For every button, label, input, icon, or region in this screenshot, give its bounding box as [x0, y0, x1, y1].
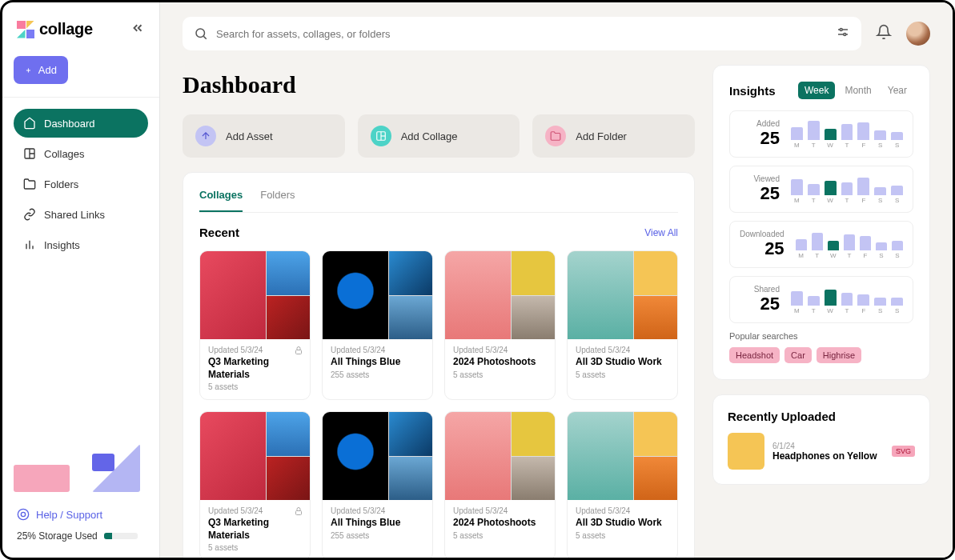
- collage-card[interactable]: Updated 5/3/24 2024 Photoshoots 5 assets: [444, 411, 556, 558]
- sidebar-illustration: [14, 436, 148, 492]
- add-folder-icon: [545, 126, 566, 146]
- user-avatar[interactable]: [906, 22, 930, 46]
- insights-heading: Insights: [729, 84, 776, 98]
- stat-chart: MTWTFSS: [791, 286, 903, 314]
- recently-uploaded-panel: Recently Uploaded 6/1/24Headphones on Ye…: [712, 394, 930, 485]
- sidebar-item-shared-links[interactable]: Shared Links: [14, 200, 148, 229]
- file-type-badge: SVG: [892, 446, 915, 457]
- sidebar-item-collages[interactable]: Collages: [14, 139, 148, 168]
- collage-card[interactable]: Updated 5/3/24 All 3D Studio Work 5 asse…: [567, 250, 678, 400]
- nav-label: Dashboard: [44, 118, 95, 130]
- updated-text: Updated 5/3/24: [576, 506, 669, 515]
- collage-title: Q3 Marketing Materials: [208, 356, 302, 381]
- sidebar-nav: DashboardCollagesFoldersShared LinksInsi…: [14, 109, 148, 259]
- sidebar: collage Add DashboardCollagesFoldersShar…: [2, 2, 160, 558]
- updated-text: Updated 5/3/24: [331, 506, 424, 515]
- collage-card[interactable]: Updated 5/3/24 All Things Blue 255 asset…: [322, 411, 433, 558]
- assets-count: 255 assets: [331, 370, 424, 379]
- recent-panel: CollagesFolders Recent View All Updated …: [183, 172, 695, 558]
- action-label: Add Folder: [576, 130, 627, 142]
- stat-value: 25: [740, 238, 784, 259]
- stat-label: Downloaded: [740, 230, 784, 238]
- sidebar-item-dashboard[interactable]: Dashboard: [14, 109, 148, 138]
- lock-icon: [294, 505, 303, 519]
- sidebar-item-folders[interactable]: Folders: [14, 170, 148, 198]
- tag-headshot[interactable]: Headshot: [729, 347, 780, 363]
- recently-uploaded-heading: Recently Uploaded: [728, 410, 915, 423]
- collage-title: All Things Blue: [331, 356, 424, 369]
- folders-icon: [23, 178, 36, 190]
- add-button-label: Add: [38, 64, 57, 76]
- sidebar-item-insights[interactable]: Insights: [14, 230, 148, 259]
- action-add-collage[interactable]: Add Collage: [358, 114, 520, 158]
- help-link[interactable]: Help / Support: [14, 503, 148, 526]
- search-bar[interactable]: [183, 17, 861, 50]
- nav-label: Insights: [44, 239, 80, 251]
- collage-card[interactable]: Updated 5/3/24 2024 Photoshoots 5 assets: [444, 250, 556, 400]
- stat-label: Shared: [740, 285, 780, 294]
- collapse-sidebar-icon[interactable]: [130, 21, 145, 38]
- assets-count: 5 assets: [576, 531, 669, 540]
- add-asset-icon: [195, 126, 216, 146]
- popular-heading: Popular searches: [729, 331, 913, 341]
- brand-logo[interactable]: collage: [17, 20, 93, 38]
- plus-icon: [25, 65, 32, 76]
- collage-card[interactable]: Updated 5/3/24 Q3 Marketing Materials 5 …: [199, 411, 311, 558]
- storage-indicator: 25% Storage Used: [14, 526, 148, 546]
- svg-point-10: [196, 29, 205, 38]
- lock-icon: [294, 344, 303, 358]
- svg-point-8: [18, 509, 28, 519]
- notifications-icon[interactable]: [876, 24, 892, 43]
- assets-count: 5 assets: [208, 382, 302, 391]
- updated-text: Updated 5/3/24: [453, 346, 547, 354]
- upload-thumbnail: [728, 433, 764, 470]
- action-add-asset[interactable]: Add Asset: [183, 114, 345, 158]
- svg-point-15: [844, 34, 846, 36]
- upload-date: 6/1/24: [772, 442, 877, 450]
- assets-count: 5 assets: [576, 370, 669, 379]
- nav-label: Collages: [44, 148, 85, 160]
- add-button[interactable]: Add: [14, 56, 68, 84]
- tab-folders[interactable]: Folders: [260, 189, 295, 212]
- collage-card[interactable]: Updated 5/3/24 All 3D Studio Work 5 asse…: [567, 411, 678, 558]
- updated-text: Updated 5/3/24: [208, 346, 302, 354]
- collage-thumbnail: [568, 412, 677, 500]
- tag-car[interactable]: Car: [784, 347, 812, 363]
- period-week[interactable]: Week: [798, 82, 835, 99]
- upload-title: Headphones on Yellow: [772, 450, 877, 462]
- action-add-folder[interactable]: Add Folder: [532, 114, 695, 158]
- stat-viewed: Viewed25MTWTFSS: [729, 166, 913, 213]
- stat-shared: Shared25MTWTFSS: [729, 276, 913, 323]
- dashboard-icon: [23, 117, 36, 130]
- collages-icon: [23, 147, 36, 160]
- main-content: Dashboard Add AssetAdd CollageAdd Folder…: [160, 2, 953, 558]
- tab-collages[interactable]: Collages: [199, 189, 243, 212]
- nav-label: Shared Links: [44, 209, 105, 221]
- nav-label: Folders: [44, 178, 78, 190]
- collage-card[interactable]: Updated 5/3/24 All Things Blue 255 asset…: [322, 250, 433, 400]
- collage-title: All 3D Studio Work: [576, 356, 669, 369]
- search-input[interactable]: [216, 28, 828, 40]
- period-month[interactable]: Month: [838, 82, 877, 99]
- upload-item[interactable]: 6/1/24Headphones on Yellow SVG: [728, 433, 915, 470]
- updated-text: Updated 5/3/24: [331, 346, 424, 354]
- stat-value: 25: [740, 294, 780, 314]
- period-year[interactable]: Year: [881, 82, 913, 99]
- assets-count: 5 assets: [453, 531, 547, 540]
- help-icon: [17, 508, 30, 521]
- stat-chart: MTWTFSS: [791, 175, 903, 204]
- collage-card[interactable]: Updated 5/3/24 Q3 Marketing Materials 5 …: [199, 250, 311, 400]
- collage-thumbnail: [323, 251, 432, 339]
- stat-value: 25: [740, 128, 780, 149]
- action-label: Add Asset: [226, 130, 273, 142]
- stat-downloaded: Downloaded25MTWTFSS: [729, 221, 913, 268]
- filter-icon[interactable]: [836, 25, 850, 42]
- action-label: Add Collage: [401, 130, 458, 142]
- updated-text: Updated 5/3/24: [453, 506, 547, 515]
- collage-title: Q3 Marketing Materials: [208, 517, 302, 542]
- view-all-link[interactable]: View All: [644, 227, 678, 238]
- page-title: Dashboard: [183, 71, 695, 98]
- stat-added: Added25MTWTFSS: [729, 110, 913, 158]
- stat-label: Viewed: [740, 174, 780, 183]
- tag-highrise[interactable]: Highrise: [817, 347, 861, 363]
